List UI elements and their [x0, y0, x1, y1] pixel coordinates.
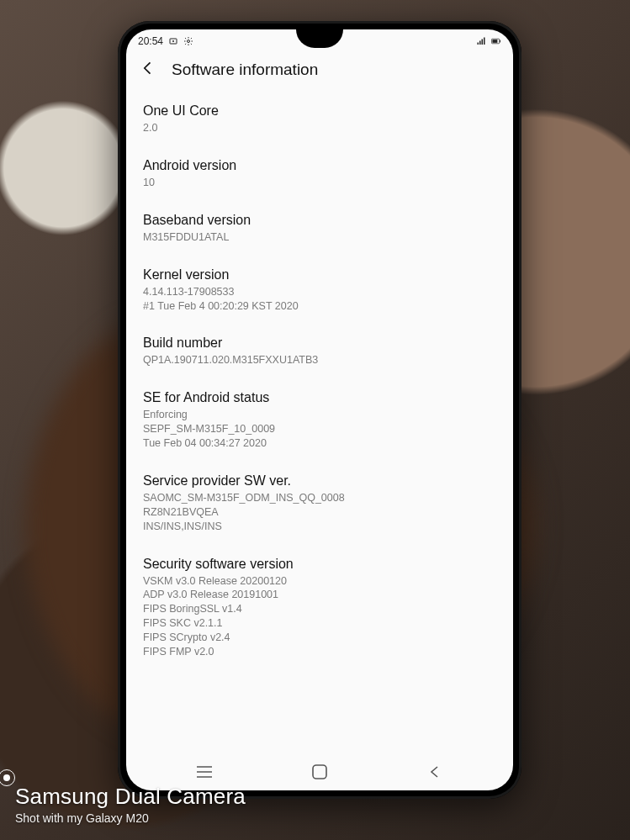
settings-list[interactable]: One UI Core 2.0 Android version 10 Baseb…	[126, 88, 513, 753]
item-title: Security software version	[143, 556, 496, 573]
app-header: Software information	[126, 53, 513, 88]
item-baseband-version[interactable]: Baseband version M315FDDU1ATAL	[143, 201, 496, 256]
back-nav-button[interactable]	[410, 764, 460, 779]
item-value: SAOMC_SM-M315F_ODM_INS_QQ_0008 RZ8N21BVQ…	[143, 491, 496, 534]
watermark-line1: Samsung Dual Camera	[15, 784, 246, 810]
svg-point-1	[172, 40, 174, 42]
back-button[interactable]	[140, 60, 156, 80]
item-value: 2.0	[143, 121, 496, 135]
gear-icon	[183, 36, 193, 46]
item-value: 4.14.113-17908533 #1 Tue Feb 4 00:20:29 …	[143, 285, 496, 314]
status-time: 20:54	[138, 35, 163, 47]
signal-icon	[476, 36, 486, 46]
item-android-version[interactable]: Android version 10	[143, 146, 496, 201]
item-value: Enforcing SEPF_SM-M315F_10_0009 Tue Feb …	[143, 408, 496, 451]
screenshot-icon	[168, 36, 178, 46]
item-title: One UI Core	[143, 103, 496, 119]
item-se-android-status[interactable]: SE for Android status Enforcing SEPF_SM-…	[143, 378, 496, 462]
recents-button[interactable]	[179, 764, 230, 779]
item-value: M315FDDU1ATAL	[143, 230, 496, 245]
item-security-software-version[interactable]: Security software version VSKM v3.0 Rele…	[143, 545, 496, 670]
item-title: Kernel version	[143, 267, 496, 283]
item-one-ui-core[interactable]: One UI Core 2.0	[143, 92, 496, 146]
svg-rect-5	[500, 40, 500, 43]
item-kernel-version[interactable]: Kernel version 4.14.113-17908533 #1 Tue …	[143, 256, 496, 325]
svg-rect-9	[313, 765, 326, 779]
item-build-number[interactable]: Build number QP1A.190711.020.M315FXXU1AT…	[143, 324, 496, 378]
item-title: Service provider SW ver.	[143, 473, 496, 489]
svg-point-2	[188, 40, 190, 43]
item-service-provider-sw[interactable]: Service provider SW ver. SAOMC_SM-M315F_…	[143, 462, 496, 545]
item-title: SE for Android status	[143, 389, 496, 406]
camera-watermark: Samsung Dual Camera Shot with my Galaxy …	[15, 784, 246, 825]
svg-rect-4	[492, 40, 497, 43]
item-value: QP1A.190711.020.M315FXXU1ATB3	[143, 353, 496, 367]
page-title: Software information	[172, 61, 318, 79]
item-value: 10	[143, 176, 496, 190]
home-button[interactable]	[294, 763, 345, 780]
phone-screen: 20:54 Software inf	[126, 29, 513, 790]
watermark-line2: Shot with my Galaxy M20	[15, 811, 246, 825]
phone-frame: 20:54 Software inf	[118, 21, 521, 799]
item-title: Baseband version	[143, 212, 496, 229]
item-title: Build number	[143, 335, 496, 351]
item-value: VSKM v3.0 Release 20200120 ADP v3.0 Rele…	[143, 574, 496, 659]
item-title: Android version	[143, 157, 496, 174]
battery-icon	[491, 36, 501, 46]
